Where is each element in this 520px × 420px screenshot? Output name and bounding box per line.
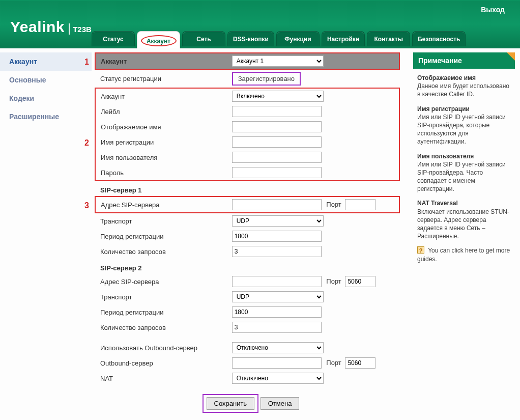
sip1-addr-label: Адрес SIP-сервера	[101, 201, 160, 209]
tab-network[interactable]: Сеть	[182, 31, 225, 46]
logo-model: T23B	[73, 25, 92, 34]
label-label: Лейбл	[95, 104, 229, 119]
nat-select[interactable]: Отключено	[232, 373, 324, 384]
sip2-transport-label: Транспорт	[95, 289, 229, 304]
tab-dss[interactable]: DSS-кнопки	[227, 31, 274, 46]
sip2-addr-label: Адрес SIP-сервера	[95, 274, 229, 289]
annotation-marker-2: 2	[84, 138, 89, 148]
logo: Yealink | T23B	[10, 18, 92, 36]
password-input[interactable]	[232, 167, 322, 178]
user-name-input[interactable]	[232, 152, 322, 163]
logo-separator: |	[68, 21, 71, 35]
note-display-name-t: Данное имя будет использовано в качестве…	[417, 82, 509, 98]
sip2-reqcount-label: Количество запросов	[95, 320, 229, 335]
sip2-port-label: Порт	[326, 277, 341, 285]
tab-features[interactable]: Функции	[276, 31, 320, 46]
sip1-transport-label: Транспорт	[95, 213, 229, 229]
user-name-label: Имя пользователя	[95, 150, 229, 165]
password-label: Пароль	[95, 165, 229, 181]
cancel-button[interactable]: Отмена	[261, 397, 300, 410]
outbound-port-input[interactable]	[345, 357, 375, 369]
annotation-save-highlight: Сохранить	[203, 394, 259, 413]
tab-status[interactable]: Статус	[92, 31, 135, 46]
tab-account[interactable]: Аккаунт	[137, 31, 180, 48]
note-panel: Примечание Отображаемое имя Данное имя б…	[413, 52, 515, 420]
note-title: Примечание	[413, 52, 515, 69]
main-form: 1 Аккаунт Аккаунт 1 Статус регистрации З…	[92, 48, 410, 420]
sip1-regperiod-input[interactable]	[232, 231, 322, 242]
tab-settings[interactable]: Настройки	[322, 31, 365, 46]
tab-security[interactable]: Безопасность	[412, 31, 466, 46]
reg-status-label: Статус регистрации	[95, 69, 229, 88]
sip2-port-input[interactable]	[345, 276, 375, 287]
sip1-reqcount-label: Количество запросов	[95, 244, 229, 259]
note-reg-name-h: Имя регистрации	[417, 105, 470, 113]
sip2-regperiod-label: Период регистрации	[95, 304, 229, 320]
register-name-label: Имя регистрации	[101, 138, 154, 146]
note-reg-name-t: Имя или SIP ID учетной записи SIP-провай…	[417, 114, 506, 146]
note-nat-h: NAT Traversal	[417, 200, 458, 207]
account-enable-label: Аккаунт	[101, 93, 125, 100]
reg-status-value: Зарегистрировано	[232, 72, 301, 86]
logout-link[interactable]: Выход	[481, 6, 505, 14]
sidebar-item-basic[interactable]: Основные	[0, 71, 92, 89]
annotation-marker-3: 3	[84, 201, 89, 210]
sidebar-item-codecs[interactable]: Кодеки	[0, 89, 92, 107]
buttons-row: Сохранить Отмена	[95, 386, 407, 416]
row-account-head-label: Аккаунт	[101, 58, 127, 65]
sip2-reqcount-input[interactable]	[232, 322, 322, 333]
label-input[interactable]	[232, 106, 322, 117]
note-help-link[interactable]: You can click here to get more guides.	[417, 247, 510, 262]
display-name-label: Отображаемое имя	[95, 119, 229, 134]
account-enable-select[interactable]: Включено	[232, 91, 324, 102]
save-button[interactable]: Сохранить	[207, 397, 255, 410]
outbound-port-label: Порт	[326, 359, 341, 367]
outbound-srv-input[interactable]	[232, 357, 322, 369]
sip1-transport-select[interactable]: UDP	[232, 215, 324, 227]
sip1-addr-input[interactable]	[232, 199, 322, 210]
sip1-port-label: Порт	[326, 201, 341, 208]
sidebar-item-advanced[interactable]: Расширенные	[0, 107, 92, 126]
sip1-reqcount-input[interactable]	[232, 246, 322, 257]
sip1-regperiod-label: Период регистрации	[95, 229, 229, 244]
sip2-addr-input[interactable]	[232, 276, 322, 287]
header: Выход Yealink | T23B Статус Аккаунт Сеть…	[0, 0, 520, 48]
account-select[interactable]: Аккаунт 1	[232, 55, 324, 67]
sip2-heading: SIP-сервер 2	[95, 259, 399, 274]
nat-label: NAT	[95, 371, 229, 386]
question-icon: ?	[417, 246, 424, 254]
logo-brand: Yealink	[10, 18, 65, 36]
sidebar-item-account[interactable]: Аккаунт	[0, 52, 92, 71]
outbound-use-select[interactable]: Отключено	[232, 342, 324, 353]
sip2-regperiod-input[interactable]	[232, 306, 322, 318]
note-user-name-h: Имя пользователя	[417, 153, 474, 160]
note-user-name-t: Имя или SIP ID учетной записи SIP-провай…	[417, 161, 506, 193]
note-nat-t: Включает использование STUN-сервера. Адр…	[417, 208, 509, 240]
sip1-port-input[interactable]	[345, 199, 375, 210]
sip1-heading: SIP-сервер 1	[95, 181, 399, 197]
note-display-name-h: Отображаемое имя	[417, 74, 476, 81]
tab-contacts[interactable]: Контакты	[367, 31, 410, 46]
sip2-transport-select[interactable]: UDP	[232, 291, 324, 302]
tab-account-label: Аккаунт	[147, 38, 170, 45]
outbound-srv-label: Outbound-сервер	[95, 355, 229, 371]
outbound-use-label: Использовать Outbound-сервер	[95, 340, 229, 355]
display-name-input[interactable]	[232, 121, 322, 132]
register-name-input[interactable]	[232, 136, 322, 148]
annotation-marker-1: 1	[84, 58, 89, 67]
top-nav: Статус Аккаунт Сеть DSS-кнопки Функции Н…	[92, 31, 466, 48]
sidebar: Аккаунт Основные Кодеки Расширенные	[0, 48, 92, 420]
